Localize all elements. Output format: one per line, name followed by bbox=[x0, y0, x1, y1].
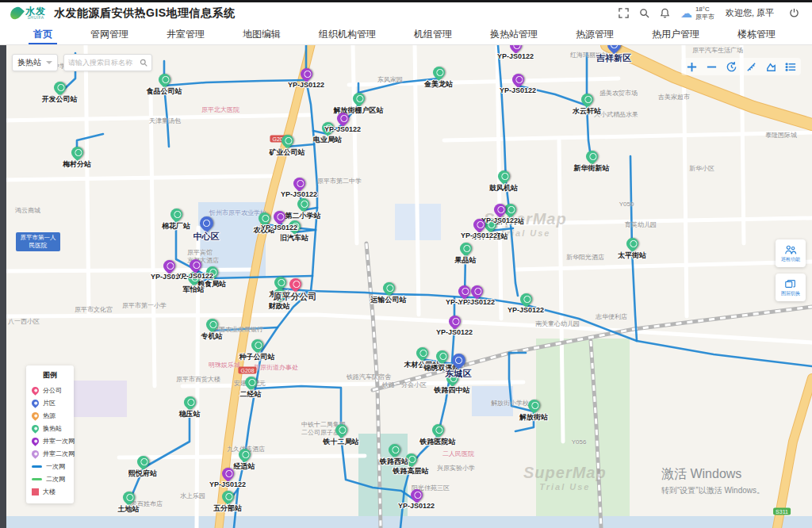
map-marker-well[interactable]: YP-JS0122 bbox=[221, 468, 234, 480]
map-marker-station[interactable]: 果品站 bbox=[459, 243, 472, 254]
well-pin-icon[interactable] bbox=[446, 313, 462, 330]
well-pin-icon[interactable] bbox=[470, 216, 487, 233]
station-pin-icon[interactable] bbox=[181, 394, 197, 411]
map-marker-station[interactable]: 开发公司站 bbox=[53, 82, 66, 94]
map-marker-district[interactable]: 吉祥新区 bbox=[607, 45, 620, 52]
measure-icon[interactable] bbox=[745, 60, 757, 73]
tab-8[interactable]: 热用户管理 bbox=[633, 24, 718, 44]
map-marker-well[interactable]: YP-JS0122 bbox=[293, 178, 305, 189]
map-marker-station[interactable]: 二经站 bbox=[244, 377, 257, 388]
map-marker-station[interactable]: 新华街新站 bbox=[585, 151, 598, 163]
draw-icon[interactable] bbox=[764, 60, 777, 73]
map-marker-station[interactable]: 铁十二局站 bbox=[335, 424, 347, 436]
well-pin-icon[interactable] bbox=[219, 465, 236, 482]
primary-network-pipe[interactable] bbox=[164, 80, 306, 86]
station-pin-icon[interactable] bbox=[294, 196, 311, 212]
map-marker-well[interactable]: YP-JS0122 bbox=[470, 285, 483, 297]
map-marker-station[interactable]: 矿业公司站 bbox=[281, 135, 293, 147]
map-marker-station[interactable]: 棉花厂站 bbox=[170, 209, 182, 220]
well-pin-icon[interactable] bbox=[297, 66, 314, 82]
station-pin-icon[interactable] bbox=[413, 345, 430, 362]
map-marker-station[interactable]: 锦绣双溪站 bbox=[435, 350, 448, 362]
station-pin-icon[interactable] bbox=[332, 422, 349, 438]
map-marker-well[interactable]: YP-JS0122 bbox=[336, 113, 349, 124]
station-pin-icon[interactable] bbox=[120, 489, 136, 506]
station-pin-icon[interactable] bbox=[155, 71, 172, 88]
map-marker-station[interactable]: 东大站 bbox=[274, 277, 286, 289]
station-pin-icon[interactable] bbox=[517, 291, 534, 308]
map-marker-well[interactable]: YP-JS0122 bbox=[300, 68, 312, 80]
well-pin-icon[interactable] bbox=[160, 258, 177, 274]
tab-10[interactable]: 小区管理 bbox=[795, 24, 812, 44]
well-pin-icon[interactable] bbox=[408, 487, 424, 503]
map-marker-station[interactable]: 解放街站 bbox=[527, 400, 540, 411]
map-marker-station[interactable]: 水云轩站 bbox=[580, 94, 593, 105]
reset-view-icon[interactable] bbox=[725, 60, 737, 73]
map-marker-well[interactable]: YP-JS0122 bbox=[273, 211, 285, 223]
bell-icon[interactable] bbox=[655, 6, 676, 21]
tab-9[interactable]: 楼栋管理 bbox=[718, 24, 795, 44]
map-marker-station[interactable]: 铁路医院站 bbox=[431, 424, 444, 436]
map-marker-well[interactable]: YP-JS0122 bbox=[509, 45, 522, 52]
station-pin-icon[interactable] bbox=[578, 91, 595, 108]
map-marker-district[interactable]: 中心区 bbox=[200, 216, 213, 230]
map-marker-well[interactable]: YP-JS0122 bbox=[493, 204, 506, 216]
tab-1[interactable]: 管网管理 bbox=[71, 24, 147, 44]
map-marker-station[interactable]: 金美龙站 bbox=[432, 67, 445, 78]
station-pin-icon[interactable] bbox=[433, 348, 450, 365]
well-pin-icon[interactable] bbox=[509, 71, 526, 88]
map-marker-well[interactable]: YP-JS0122 bbox=[448, 316, 461, 327]
search-submit-icon[interactable] bbox=[140, 55, 147, 70]
map-marker-station[interactable]: 铁路西站 bbox=[388, 444, 400, 456]
well-pin-icon[interactable] bbox=[491, 201, 508, 218]
station-pin-icon[interactable] bbox=[525, 397, 542, 414]
tab-5[interactable]: 机组管理 bbox=[395, 24, 471, 44]
station-pin-icon[interactable] bbox=[429, 422, 446, 438]
map-marker-station[interactable]: 五分部站 bbox=[221, 491, 234, 503]
well-pin-icon[interactable] bbox=[186, 257, 203, 274]
map-marker-station[interactable]: 木材公司站 bbox=[416, 347, 428, 359]
map-canvas[interactable]: 原平市实验中学天津童汤包原平北大医院东风家园忻州市原平农业学校原平宾馆京都大酒店… bbox=[0, 45, 812, 528]
map-marker-station[interactable]: 解放街棚户区站 bbox=[352, 93, 365, 105]
station-pin-icon[interactable] bbox=[248, 337, 265, 354]
map-marker-well[interactable]: YP-JS0122 bbox=[410, 489, 423, 501]
map-marker-well[interactable]: YP-JS0122 bbox=[511, 74, 524, 86]
well-pin-icon[interactable] bbox=[468, 283, 485, 300]
search-icon[interactable] bbox=[634, 6, 655, 21]
tab-3[interactable]: 地图编辑 bbox=[224, 24, 300, 44]
map-marker-well[interactable]: YP-JS0122 bbox=[163, 260, 175, 272]
station-pin-icon[interactable] bbox=[583, 148, 599, 165]
well-pin-icon[interactable] bbox=[290, 175, 307, 192]
side-button-0[interactable]: 巡检功能 bbox=[776, 239, 806, 267]
map-marker-station[interactable]: 食品公司站 bbox=[158, 74, 170, 86]
tab-7[interactable]: 热源管理 bbox=[557, 24, 633, 44]
branch-pin-icon[interactable] bbox=[286, 276, 303, 293]
map-marker-well[interactable]: YP-JS0122 bbox=[473, 219, 485, 231]
station-pin-icon[interactable] bbox=[203, 316, 220, 333]
map-marker-station[interactable]: 运输公司站 bbox=[382, 282, 395, 294]
station-pin-icon[interactable] bbox=[350, 90, 366, 107]
map-marker-station[interactable]: 专机站 bbox=[205, 319, 218, 331]
station-pin-icon[interactable] bbox=[219, 488, 236, 505]
well-pin-icon[interactable] bbox=[334, 110, 350, 127]
map-marker-station[interactable]: 梅村分站 bbox=[71, 147, 83, 159]
station-pin-icon[interactable] bbox=[68, 144, 85, 161]
tab-6[interactable]: 换热站管理 bbox=[471, 24, 557, 44]
map-marker-station[interactable]: 土地站 bbox=[122, 492, 135, 503]
tab-2[interactable]: 井室管理 bbox=[147, 24, 224, 44]
fullscreen-icon[interactable] bbox=[614, 6, 634, 21]
tab-0[interactable]: 首页 bbox=[14, 24, 71, 44]
map-marker-station[interactable]: 第二小学站 bbox=[297, 198, 309, 210]
zoom-in-icon[interactable] bbox=[685, 60, 698, 73]
station-pin-icon[interactable] bbox=[380, 280, 396, 297]
station-pin-icon[interactable] bbox=[236, 446, 252, 463]
map-marker-station[interactable]: YP-JS0122 bbox=[519, 293, 532, 305]
station-pin-icon[interactable] bbox=[385, 442, 402, 458]
search-category-select[interactable]: 换热站 bbox=[12, 54, 58, 71]
station-pin-icon[interactable] bbox=[457, 240, 473, 257]
map-marker-station[interactable]: 农校站 bbox=[258, 212, 270, 224]
map-marker-station[interactable]: 稳压站 bbox=[183, 396, 196, 408]
map-marker-station[interactable]: 鼓风机站 bbox=[497, 170, 510, 182]
station-pin-icon[interactable] bbox=[134, 453, 151, 470]
search-input[interactable] bbox=[68, 59, 140, 67]
